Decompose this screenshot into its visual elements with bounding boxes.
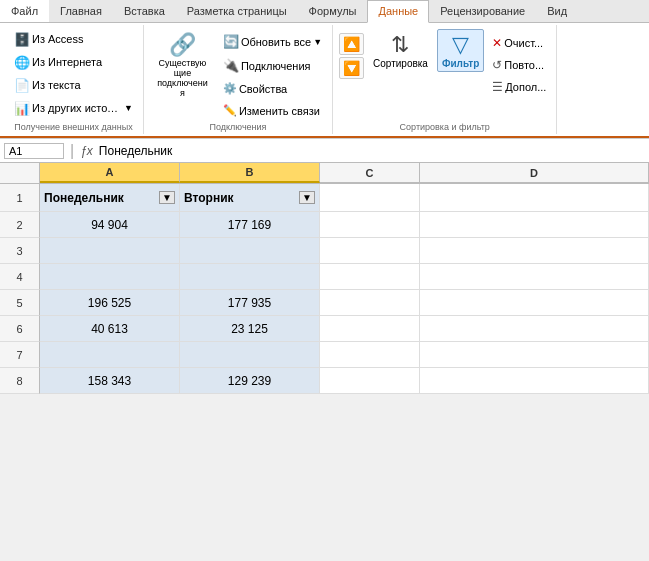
cell-c7[interactable] — [320, 342, 420, 368]
existing-connections-label: Существующие подключения — [155, 58, 210, 98]
cell-b1[interactable]: Вторник ▼ — [180, 184, 320, 212]
reapply-button[interactable]: ↺ Повто... — [488, 55, 550, 75]
advanced-button[interactable]: ☰ Допол... — [488, 77, 550, 97]
tab-review[interactable]: Рецензирование — [429, 0, 536, 22]
row-header-spacer — [0, 163, 40, 183]
cell-d3[interactable] — [420, 238, 649, 264]
cell-c6[interactable] — [320, 316, 420, 342]
cell-c3[interactable] — [320, 238, 420, 264]
cell-b5[interactable]: 177 935 — [180, 290, 320, 316]
edit-links-button[interactable]: ✏️ Изменить связи — [219, 101, 326, 120]
row-header-2: 2 — [0, 212, 40, 238]
cell-reference-input[interactable] — [4, 143, 64, 159]
text-label: Из текста — [32, 79, 81, 91]
cell-a7[interactable] — [40, 342, 180, 368]
cell-a4[interactable] — [40, 264, 180, 290]
cell-b1-value: Вторник — [184, 191, 234, 205]
refresh-dropdown-icon: ▼ — [313, 37, 322, 47]
cell-a5[interactable]: 196 525 — [40, 290, 180, 316]
cell-c4[interactable] — [320, 264, 420, 290]
edit-links-label: Изменить связи — [239, 105, 320, 117]
sort-za-button[interactable]: 🔽 — [339, 57, 364, 79]
cell-b3[interactable] — [180, 238, 320, 264]
internet-button[interactable]: 🌐 Из Интернета — [10, 52, 106, 73]
tab-file[interactable]: Файл — [0, 0, 49, 22]
access-icon: 🗄️ — [14, 32, 30, 47]
group-connections-label: Подключения — [210, 122, 267, 132]
table-row: 3 — [0, 238, 649, 264]
formula-bar: | ƒx — [0, 139, 649, 163]
filter-button[interactable]: ▽ Фильтр — [437, 29, 484, 72]
cell-c8[interactable] — [320, 368, 420, 394]
clear-button[interactable]: ✕ Очист... — [488, 33, 550, 53]
cell-d7[interactable] — [420, 342, 649, 368]
cell-b8[interactable]: 129 239 — [180, 368, 320, 394]
group-get-external-label: Получение внешних данных — [14, 122, 132, 132]
internet-label: Из Интернета — [32, 56, 102, 68]
row-header-1: 1 — [0, 184, 40, 212]
tab-home[interactable]: Главная — [49, 0, 113, 22]
cell-b2[interactable]: 177 169 — [180, 212, 320, 238]
cell-b6[interactable]: 23 125 — [180, 316, 320, 342]
tab-insert[interactable]: Вставка — [113, 0, 176, 22]
connections-label: Подключения — [241, 60, 311, 72]
filter-dropdown-a1[interactable]: ▼ — [159, 191, 175, 204]
col-header-a[interactable]: A — [40, 163, 180, 183]
cell-d4[interactable] — [420, 264, 649, 290]
cell-c5[interactable] — [320, 290, 420, 316]
row-header-5: 5 — [0, 290, 40, 316]
tab-formulas[interactable]: Формулы — [298, 0, 368, 22]
cell-a8[interactable]: 158 343 — [40, 368, 180, 394]
clear-icon: ✕ — [492, 36, 502, 50]
properties-button[interactable]: ⚙️ Свойства — [219, 79, 326, 98]
filter-dropdown-b1[interactable]: ▼ — [299, 191, 315, 204]
cell-b4[interactable] — [180, 264, 320, 290]
clear-label: Очист... — [504, 37, 543, 49]
cell-a2[interactable]: 94 904 — [40, 212, 180, 238]
text-button[interactable]: 📄 Из текста — [10, 75, 85, 96]
sort-za-icon: 🔽 — [343, 60, 360, 76]
table-row: 2 94 904 177 169 — [0, 212, 649, 238]
tab-data[interactable]: Данные — [367, 0, 429, 23]
existing-connections-button[interactable]: 🔗 Существующие подключения — [150, 29, 215, 101]
cell-a1[interactable]: Понедельник ▼ — [40, 184, 180, 212]
sort-az-button[interactable]: 🔼 — [339, 33, 364, 55]
refresh-label: Обновить все — [241, 36, 311, 48]
sort-az-icon: 🔼 — [343, 36, 360, 52]
group-connections: 🔗 Существующие подключения 🔄 Обновить вс… — [144, 25, 333, 134]
connections-icon: 🔌 — [223, 58, 239, 73]
reapply-icon: ↺ — [492, 58, 502, 72]
cell-a3[interactable] — [40, 238, 180, 264]
filter-icon: ▽ — [452, 32, 469, 58]
table-row: 8 158 343 129 239 — [0, 368, 649, 394]
cell-d1[interactable] — [420, 184, 649, 212]
cell-d6[interactable] — [420, 316, 649, 342]
sources-dropdown-icon: ▼ — [124, 103, 133, 113]
tab-page-layout[interactable]: Разметка страницы — [176, 0, 298, 22]
existing-connections-icon: 🔗 — [169, 32, 196, 58]
sort-button[interactable]: ⇅ Сортировка — [368, 29, 433, 72]
connections-button[interactable]: 🔌 Подключения — [219, 55, 326, 76]
ribbon-content: 🗄️ Из Access 🌐 Из Интернета 📄 Из текста … — [0, 23, 649, 138]
cell-a1-value: Понедельник — [44, 191, 124, 205]
refresh-button[interactable]: 🔄 Обновить все ▼ — [219, 31, 326, 52]
spreadsheet: A B C D 1 Понедельник ▼ Вторник ▼ 2 94 9… — [0, 163, 649, 394]
sources-label: Из других источников — [32, 102, 122, 114]
col-header-b[interactable]: B — [180, 163, 320, 183]
col-header-c[interactable]: C — [320, 163, 420, 183]
formula-input[interactable] — [97, 144, 645, 158]
table-row: 1 Понедельник ▼ Вторник ▼ — [0, 184, 649, 212]
cell-b7[interactable] — [180, 342, 320, 368]
cell-c2[interactable] — [320, 212, 420, 238]
cell-d8[interactable] — [420, 368, 649, 394]
sources-button[interactable]: 📊 Из других источников ▼ — [10, 98, 137, 119]
col-header-d[interactable]: D — [420, 163, 649, 183]
ribbon-tab-bar: Файл Главная Вставка Разметка страницы Ф… — [0, 0, 649, 23]
cell-d5[interactable] — [420, 290, 649, 316]
tab-view[interactable]: Вид — [536, 0, 578, 22]
access-button[interactable]: 🗄️ Из Access — [10, 29, 87, 50]
cell-c1[interactable] — [320, 184, 420, 212]
cell-d2[interactable] — [420, 212, 649, 238]
advanced-icon: ☰ — [492, 80, 503, 94]
cell-a6[interactable]: 40 613 — [40, 316, 180, 342]
